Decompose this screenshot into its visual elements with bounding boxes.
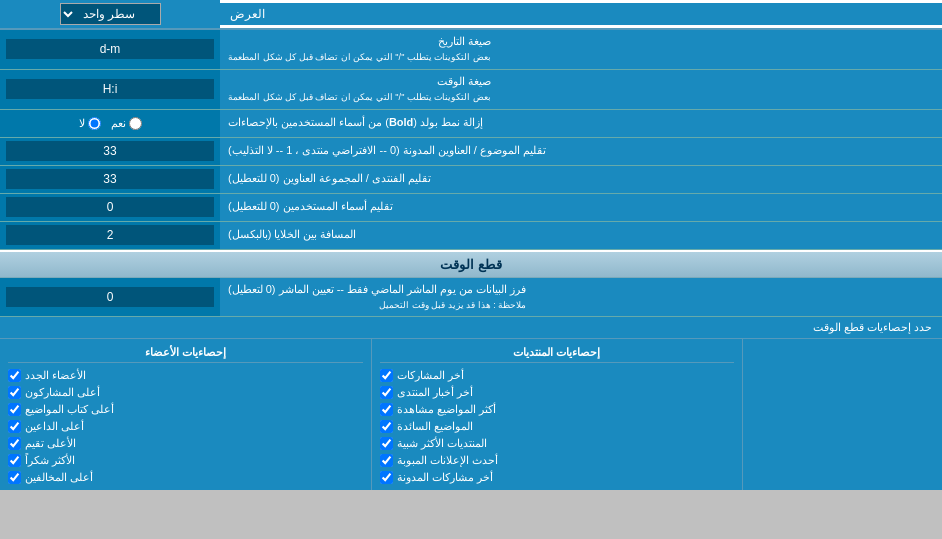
checkbox-col-empty xyxy=(742,339,942,490)
cb-top-topic-authors: أعلى كتاب المواضيع xyxy=(8,401,363,418)
time-format-label: صيغة الوقتبعض التكوينات يتطلب "/" التي ي… xyxy=(220,70,942,109)
forum-topics-input-cell xyxy=(0,138,220,165)
cb-hot-topics: المواضيع السائدة xyxy=(380,418,735,435)
cb-top-rated-input[interactable] xyxy=(8,437,21,450)
forum-topics-row: تقليم الموضوع / العناوين المدونة (0 -- ا… xyxy=(0,138,942,166)
usernames-input-cell xyxy=(0,194,220,221)
cb-top-posters-input[interactable] xyxy=(8,386,21,399)
forum-group-label: تقليم الفنتدى / المجموعة العناوين (0 للت… xyxy=(220,166,942,193)
forum-group-row: تقليم الفنتدى / المجموعة العناوين (0 للت… xyxy=(0,166,942,194)
cb-top-posters: أعلى المشاركون xyxy=(8,384,363,401)
cb-new-members: الأعضاء الجدد xyxy=(8,367,363,384)
cell-spacing-row: المسافة بين الخلايا (بالبكسل) xyxy=(0,222,942,250)
cutoff-row: فرز البيانات من يوم الماشر الماضي فقط --… xyxy=(0,278,942,318)
cb-top-inviters-input[interactable] xyxy=(8,420,21,433)
display-select-cell: سطر واحد سطرين ثلاثة أسطر xyxy=(0,0,220,28)
checkboxes-grid: إحصاءيات المنتديات أخر المشاركات أخر أخب… xyxy=(0,339,942,490)
radio-yes-label[interactable]: نعم xyxy=(111,117,142,130)
time-format-row: صيغة الوقتبعض التكوينات يتطلب "/" التي ي… xyxy=(0,70,942,110)
bold-remove-row: إزالة نمط بولد (Bold) من أسماء المستخدمي… xyxy=(0,110,942,138)
bold-remove-label: إزالة نمط بولد (Bold) من أسماء المستخدمي… xyxy=(220,110,942,137)
cb-last-news-input[interactable] xyxy=(380,386,393,399)
cb-most-thanked-input[interactable] xyxy=(8,454,21,467)
cb-new-members-input[interactable] xyxy=(8,369,21,382)
cutoff-input[interactable] xyxy=(6,287,214,307)
cb-top-violators: أعلى المخالفين xyxy=(8,469,363,486)
cutoff-section-header: قطع الوقت xyxy=(0,250,942,278)
cb-last-blog-posts-input[interactable] xyxy=(380,471,393,484)
cb-top-violators-input[interactable] xyxy=(8,471,21,484)
checkboxes-header: حدد إحصاءيات قطع الوقت xyxy=(0,317,942,339)
checkbox-col-members: إحصاءيات الأعضاء الأعضاء الجدد أعلى المش… xyxy=(0,339,371,490)
date-format-input[interactable] xyxy=(6,39,214,59)
cell-spacing-input-cell xyxy=(0,222,220,249)
cb-similar-forums: المنتديات الأكثر شبية xyxy=(380,435,735,452)
radio-yes[interactable] xyxy=(129,117,142,130)
bold-remove-radio-cell: نعم لا xyxy=(0,110,220,137)
cutoff-input-cell xyxy=(0,278,220,317)
display-label: العرض xyxy=(220,3,942,25)
cb-most-viewed: أكثر المواضيع مشاهدة xyxy=(380,401,735,418)
cutoff-label: فرز البيانات من يوم الماشر الماضي فقط --… xyxy=(220,278,942,317)
radio-no-label[interactable]: لا xyxy=(79,117,101,130)
cb-top-inviters: أعلى الداعين xyxy=(8,418,363,435)
cell-spacing-input[interactable] xyxy=(6,225,214,245)
display-select[interactable]: سطر واحد سطرين ثلاثة أسطر xyxy=(60,3,161,25)
display-row: العرض سطر واحد سطرين ثلاثة أسطر xyxy=(0,0,942,30)
usernames-input[interactable] xyxy=(6,197,214,217)
cb-last-news: أخر أخبار المنتدى xyxy=(380,384,735,401)
cb-similar-forums-input[interactable] xyxy=(380,437,393,450)
cb-hot-topics-input[interactable] xyxy=(380,420,393,433)
forum-group-input-cell xyxy=(0,166,220,193)
cb-last-posts: أخر المشاركات xyxy=(380,367,735,384)
cb-latest-ads-input[interactable] xyxy=(380,454,393,467)
checkbox-col-forums: إحصاءيات المنتديات أخر المشاركات أخر أخب… xyxy=(371,339,743,490)
usernames-row: تقليم أسماء المستخدمين (0 للتعطيل) xyxy=(0,194,942,222)
cb-top-rated: الأعلى تقيم xyxy=(8,435,363,452)
cb-most-viewed-input[interactable] xyxy=(380,403,393,416)
radio-no[interactable] xyxy=(88,117,101,130)
date-format-input-cell xyxy=(0,30,220,69)
forum-group-input[interactable] xyxy=(6,169,214,189)
forums-col-header: إحصاءيات المنتديات xyxy=(380,343,735,363)
cb-most-thanked: الأكثر شكراً xyxy=(8,452,363,469)
display-label-text: العرض xyxy=(230,7,265,21)
cell-spacing-label: المسافة بين الخلايا (بالبكسل) xyxy=(220,222,942,249)
cb-last-posts-input[interactable] xyxy=(380,369,393,382)
date-format-row: صيغة التاريخبعض التكوينات يتطلب "/" التي… xyxy=(0,30,942,70)
forum-topics-label: تقليم الموضوع / العناوين المدونة (0 -- ا… xyxy=(220,138,942,165)
usernames-label: تقليم أسماء المستخدمين (0 للتعطيل) xyxy=(220,194,942,221)
cb-latest-ads: أحدث الإعلانات المبوبة xyxy=(380,452,735,469)
time-format-input[interactable] xyxy=(6,79,214,99)
cb-last-blog-posts: أخر مشاركات المدونة xyxy=(380,469,735,486)
forum-topics-input[interactable] xyxy=(6,141,214,161)
date-format-label: صيغة التاريخبعض التكوينات يتطلب "/" التي… xyxy=(220,30,942,69)
members-col-header: إحصاءيات الأعضاء xyxy=(8,343,363,363)
cb-top-topic-authors-input[interactable] xyxy=(8,403,21,416)
time-format-input-cell xyxy=(0,70,220,109)
